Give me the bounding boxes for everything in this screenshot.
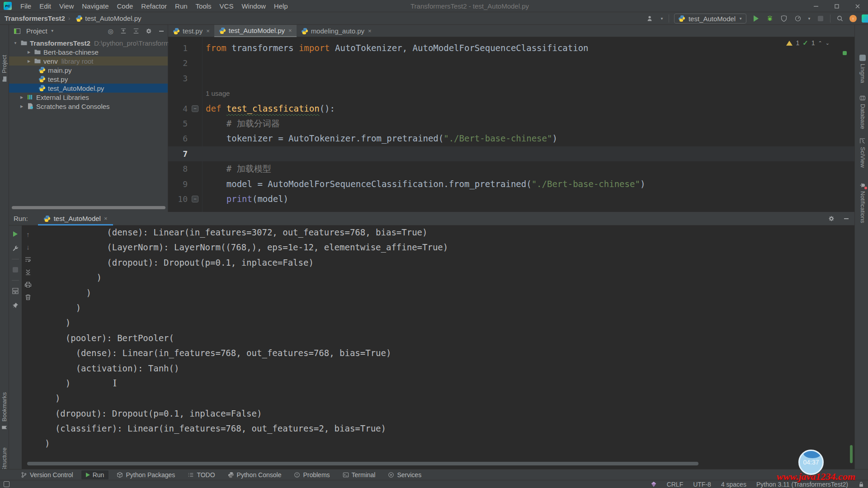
tree-item-external-libraries[interactable]: ▶ External Libraries — [9, 93, 168, 102]
lock-icon[interactable] — [858, 481, 864, 488]
tool-strip-database[interactable]: Database — [859, 95, 866, 129]
menu-refactor[interactable]: Refactor — [137, 0, 171, 12]
close-tab-icon[interactable]: × — [206, 28, 210, 34]
code-segment: (): — [320, 103, 335, 113]
project-panel-title[interactable]: Project — [26, 27, 47, 35]
tab-modeling-auto-py[interactable]: modeling_auto.py × — [297, 25, 376, 37]
console-horizontal-scrollbar[interactable] — [27, 462, 698, 465]
maximize-icon[interactable] — [826, 0, 847, 12]
toolbar-python-packages[interactable]: Python Packages — [112, 470, 179, 479]
tree-item-scratches[interactable]: ▶ Scratches and Consoles — [9, 102, 168, 111]
edit-configuration-icon[interactable] — [11, 244, 19, 253]
chevron-down-icon[interactable]: ▼ — [13, 41, 18, 45]
window-title: TransformersTest2 - test_AutoModel.py — [410, 0, 529, 12]
menu-vcs[interactable]: VCS — [216, 0, 238, 12]
code-with-me-icon[interactable] — [646, 14, 655, 23]
menu-file[interactable]: File — [16, 0, 35, 12]
toolbar-python-console[interactable]: Python Console — [223, 470, 286, 479]
down-stacktrace-icon[interactable]: ↓ — [24, 243, 32, 251]
chevron-down-icon[interactable]: ▼ — [51, 29, 54, 33]
gear-icon[interactable] — [827, 215, 835, 222]
close-tab-icon[interactable]: × — [288, 27, 292, 34]
breadcrumb-project[interactable]: TransformersTest2 — [5, 14, 65, 22]
menu-run[interactable]: Run — [171, 0, 192, 12]
fold-marker-icon[interactable]: − — [192, 196, 198, 202]
plugin-icon[interactable] — [862, 14, 868, 23]
chevron-right-icon[interactable]: ▶ — [19, 104, 24, 108]
prev-problem-icon[interactable]: ⌃ — [818, 40, 822, 46]
toolbar-services[interactable]: Services — [383, 470, 426, 479]
tree-item-venv[interactable]: ▶ venv library root — [9, 56, 168, 66]
hide-panel-icon[interactable] — [157, 27, 165, 35]
tree-item-test-automodel-py[interactable]: test_AutoModel.py — [9, 84, 168, 93]
hide-panel-icon[interactable] — [842, 215, 850, 222]
tree-item-bert-base-chinese[interactable]: ▶ Bert-base-chinese — [9, 47, 168, 56]
usage-hint[interactable]: 1 usage — [206, 86, 230, 101]
plugin-status-icon[interactable] — [651, 481, 657, 488]
chevron-right-icon[interactable]: ▶ — [26, 50, 32, 54]
code-editor[interactable]: 1 from transformers import AutoTokenizer… — [168, 37, 854, 212]
next-problem-icon[interactable]: ⌄ — [826, 40, 830, 46]
toolbar-version-control[interactable]: Version Control — [16, 470, 78, 479]
breadcrumb-file[interactable]: test_AutoModel.py — [85, 14, 141, 22]
chevron-right-icon[interactable]: ▶ — [19, 95, 24, 99]
tool-strip-lingma[interactable]: Lingma — [859, 55, 866, 83]
up-stacktrace-icon[interactable]: ↑ — [24, 230, 32, 238]
chevron-down-icon[interactable]: ▼ — [807, 17, 811, 21]
collapse-all-icon[interactable] — [132, 27, 140, 35]
toolbar-terminal[interactable]: Terminal — [338, 470, 380, 479]
python-file-icon — [38, 84, 46, 92]
profiler-button[interactable] — [793, 14, 802, 23]
rerun-button[interactable] — [11, 230, 19, 238]
menu-tools[interactable]: Tools — [192, 0, 216, 12]
run-tab-test-automodel[interactable]: test_AutoModel × — [38, 212, 113, 225]
tab-test-py[interactable]: test.py × — [168, 25, 214, 37]
toolbar-todo[interactable]: TODO — [183, 470, 219, 479]
tool-strip-notifications[interactable]: Notifications — [859, 182, 866, 223]
fold-marker-icon[interactable]: − — [192, 105, 198, 112]
toolbar-run[interactable]: Run — [81, 470, 109, 479]
run-console-output[interactable]: (dense): Linear(in_features=3072, out_fe… — [34, 225, 843, 455]
gear-icon[interactable] — [145, 27, 152, 35]
tree-item-main-py[interactable]: main.py — [9, 66, 168, 75]
minimize-icon[interactable] — [806, 0, 826, 12]
menu-view[interactable]: View — [55, 0, 78, 12]
chevron-right-icon[interactable]: ▶ — [26, 59, 32, 63]
status-indent[interactable]: 4 spaces — [721, 481, 746, 488]
inspection-widget[interactable]: 1 ✓ 1 ⌃ ⌄ — [786, 39, 830, 47]
run-button[interactable] — [751, 14, 760, 23]
menu-help[interactable]: Help — [270, 0, 292, 12]
search-everywhere-icon[interactable] — [835, 14, 844, 23]
clear-console-icon[interactable] — [24, 293, 32, 301]
restore-layout-icon[interactable] — [11, 287, 19, 295]
status-panel-icon[interactable] — [4, 481, 9, 487]
close-tab-icon[interactable]: × — [368, 28, 372, 34]
menu-window[interactable]: Window — [237, 0, 269, 12]
menu-navigate[interactable]: Navigate — [78, 0, 113, 12]
close-tab-icon[interactable]: × — [104, 215, 108, 222]
tool-strip-project[interactable]: Project — [1, 55, 8, 82]
status-encoding[interactable]: UTF-8 — [693, 481, 711, 488]
expand-all-icon[interactable] — [119, 27, 127, 35]
status-line-ending[interactable]: CRLF — [667, 481, 684, 488]
tool-strip-bookmarks[interactable]: Bookmarks — [1, 392, 8, 431]
soft-wrap-icon[interactable] — [24, 255, 32, 263]
menu-code[interactable]: Code — [113, 0, 137, 12]
tree-item-project-root[interactable]: ▼ TransformersTest2 D:\python_pro\Transf… — [9, 38, 168, 47]
scroll-to-end-icon[interactable] — [24, 268, 32, 276]
menu-edit[interactable]: Edit — [35, 0, 55, 12]
project-horizontal-scrollbar[interactable] — [12, 206, 165, 209]
run-configuration-select[interactable]: test_AutoModel ▼ — [674, 14, 746, 23]
print-icon[interactable] — [24, 281, 32, 289]
tree-item-test-py[interactable]: test.py — [9, 75, 168, 84]
tab-test-automodel-py[interactable]: test_AutoModel.py × — [214, 25, 297, 37]
coverage-button[interactable] — [779, 14, 788, 23]
locate-file-icon[interactable]: ◎ — [107, 27, 114, 35]
update-icon[interactable]: ↑ — [849, 15, 857, 22]
close-icon[interactable] — [847, 0, 868, 12]
toolbar-problems[interactable]: Problems — [289, 470, 334, 479]
tool-strip-sciview[interactable]: SciView — [859, 138, 866, 168]
code-line: 2 — [168, 56, 854, 70]
pin-icon[interactable] — [11, 301, 19, 310]
debug-button[interactable] — [765, 14, 774, 23]
